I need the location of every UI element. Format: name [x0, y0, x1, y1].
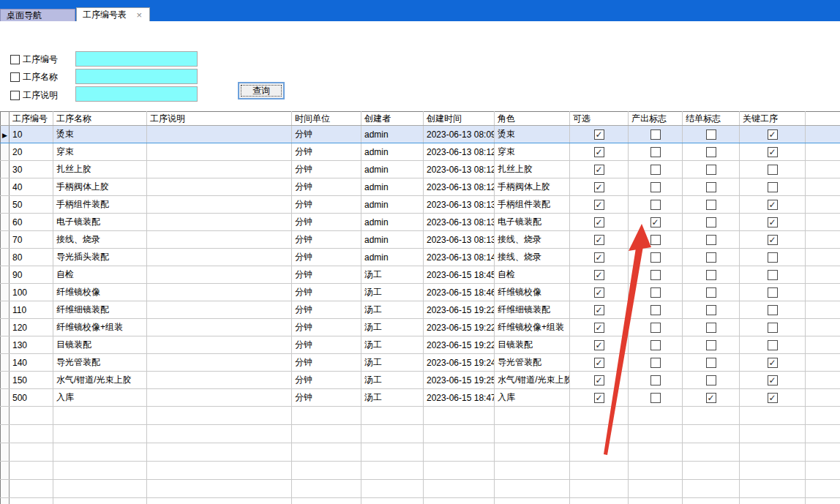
role-cell[interactable]: 扎丝上胶: [495, 161, 570, 178]
process-code-cell[interactable]: 90: [10, 266, 53, 284]
role-cell[interactable]: 导光管装配: [495, 354, 570, 372]
optional-checkbox[interactable]: ✓: [594, 235, 604, 245]
creator-cell[interactable]: admin: [361, 196, 424, 214]
created-time-cell[interactable]: 2023-06-13 08:12: [424, 178, 495, 196]
process-code-input[interactable]: [75, 51, 198, 67]
output-flag-checkbox[interactable]: ✓: [650, 252, 661, 263]
created-time-cell[interactable]: 2023-06-15 19:24: [424, 354, 495, 372]
process-code-cell[interactable]: 150: [10, 372, 53, 389]
optional-checkbox[interactable]: ✓: [594, 129, 604, 140]
settle-flag-checkbox[interactable]: ✓: [706, 393, 716, 403]
process-name-cell[interactable]: 自检: [53, 266, 147, 284]
process-name-cell[interactable]: 纤维镜校像: [53, 284, 147, 301]
output-flag-checkbox[interactable]: ✓: [650, 340, 661, 350]
creator-cell[interactable]: admin: [361, 178, 424, 196]
optional-checkbox[interactable]: ✓: [594, 200, 604, 210]
process-name-cell[interactable]: 手柄组件装配: [53, 196, 147, 214]
process-desc-cell[interactable]: [147, 372, 292, 389]
output-flag-checkbox[interactable]: ✓: [650, 358, 661, 368]
output-flag-checkbox[interactable]: ✓: [650, 287, 661, 298]
role-cell[interactable]: 目镜装配: [495, 336, 570, 354]
process-code-cell[interactable]: 80: [10, 249, 53, 266]
role-cell[interactable]: 纤维细镜装配: [495, 301, 570, 319]
time-unit-cell[interactable]: 分钟: [292, 301, 361, 319]
time-unit-cell[interactable]: 分钟: [292, 266, 361, 284]
key-process-checkbox[interactable]: ✓: [768, 165, 778, 175]
process-desc-cell[interactable]: [147, 249, 292, 266]
row-indicator-cell[interactable]: [1, 301, 10, 319]
column-header-10[interactable]: 关键工序: [740, 112, 806, 126]
creator-cell[interactable]: 汤工: [361, 389, 424, 407]
process-code-cell[interactable]: 70: [10, 231, 53, 249]
created-time-cell[interactable]: 2023-06-15 19:22: [424, 301, 495, 319]
created-time-cell[interactable]: 2023-06-13 08:14: [424, 249, 495, 266]
process-code-cell[interactable]: 20: [10, 143, 53, 161]
process-code-cell[interactable]: 140: [10, 354, 53, 372]
key-process-checkbox[interactable]: ✓: [768, 393, 778, 403]
column-header-3[interactable]: 时间单位: [292, 112, 361, 126]
query-button[interactable]: 查询: [238, 82, 285, 99]
optional-checkbox[interactable]: ✓: [594, 287, 604, 298]
created-time-cell[interactable]: 2023-06-15 18:45: [424, 266, 495, 284]
optional-checkbox[interactable]: ✓: [594, 358, 604, 368]
created-time-cell[interactable]: 2023-06-13 08:13: [424, 214, 495, 231]
process-name-cell[interactable]: 烫束: [53, 126, 147, 143]
column-header-6[interactable]: 角色: [495, 112, 570, 126]
created-time-cell[interactable]: 2023-06-13 08:13: [424, 196, 495, 214]
time-unit-cell[interactable]: 分钟: [292, 161, 361, 178]
settle-flag-checkbox[interactable]: ✓: [706, 252, 716, 263]
settle-flag-checkbox[interactable]: ✓: [706, 287, 716, 298]
role-cell[interactable]: 入库: [495, 389, 570, 407]
key-process-checkbox[interactable]: ✓: [768, 129, 778, 140]
optional-checkbox[interactable]: ✓: [594, 340, 604, 350]
time-unit-cell[interactable]: 分钟: [292, 319, 361, 336]
creator-cell[interactable]: admin: [361, 161, 424, 178]
created-time-cell[interactable]: 2023-06-15 19:22: [424, 319, 495, 336]
process-code-cell[interactable]: 50: [10, 196, 53, 214]
row-indicator-cell[interactable]: [1, 372, 10, 389]
process-desc-cell[interactable]: [147, 319, 292, 336]
output-flag-checkbox[interactable]: ✓: [650, 270, 661, 280]
created-time-cell[interactable]: 2023-06-13 08:12: [424, 161, 495, 178]
optional-checkbox[interactable]: ✓: [594, 375, 604, 385]
output-flag-checkbox[interactable]: ✓: [650, 235, 661, 245]
created-time-cell[interactable]: 2023-06-15 19:25: [424, 372, 495, 389]
role-cell[interactable]: 手柄组件装配: [495, 196, 570, 214]
output-flag-checkbox[interactable]: ✓: [650, 305, 661, 315]
key-process-checkbox[interactable]: ✓: [768, 287, 778, 298]
column-header-1[interactable]: 工序名称: [53, 112, 147, 126]
row-indicator-cell[interactable]: [1, 161, 10, 178]
row-indicator-cell[interactable]: [1, 266, 10, 284]
process-name-cell[interactable]: 导光插头装配: [53, 249, 147, 266]
process-name-input[interactable]: [75, 69, 198, 84]
output-flag-checkbox[interactable]: ✓: [650, 323, 661, 333]
created-time-cell[interactable]: 2023-06-15 19:22: [424, 336, 495, 354]
creator-cell[interactable]: 汤工: [361, 354, 424, 372]
process-desc-checkbox[interactable]: [10, 91, 20, 100]
output-flag-checkbox[interactable]: ✓: [650, 147, 661, 157]
process-name-cell[interactable]: 穿束: [53, 143, 147, 161]
creator-cell[interactable]: admin: [361, 143, 424, 161]
process-desc-cell[interactable]: [147, 266, 292, 284]
output-flag-checkbox[interactable]: ✓: [650, 165, 661, 175]
row-indicator-cell[interactable]: [1, 284, 10, 301]
column-header-4[interactable]: 创建者: [361, 112, 424, 126]
settle-flag-checkbox[interactable]: ✓: [706, 129, 716, 140]
creator-cell[interactable]: admin: [361, 126, 424, 143]
process-name-checkbox[interactable]: [10, 72, 20, 82]
process-desc-cell[interactable]: [147, 301, 292, 319]
optional-checkbox[interactable]: ✓: [594, 252, 604, 263]
role-cell[interactable]: 自检: [495, 266, 570, 284]
creator-cell[interactable]: 汤工: [361, 372, 424, 389]
output-flag-checkbox[interactable]: ✓: [650, 393, 661, 403]
process-name-cell[interactable]: 手柄阀体上胶: [53, 178, 147, 196]
key-process-checkbox[interactable]: ✓: [768, 375, 778, 385]
settle-flag-checkbox[interactable]: ✓: [706, 217, 716, 227]
creator-cell[interactable]: 汤工: [361, 319, 424, 336]
optional-checkbox[interactable]: ✓: [594, 147, 604, 157]
key-process-checkbox[interactable]: ✓: [768, 358, 778, 368]
created-time-cell[interactable]: 2023-06-15 18:47: [424, 389, 495, 407]
process-code-cell[interactable]: 130: [10, 336, 53, 354]
role-cell[interactable]: 穿束: [495, 143, 570, 161]
time-unit-cell[interactable]: 分钟: [292, 389, 361, 407]
